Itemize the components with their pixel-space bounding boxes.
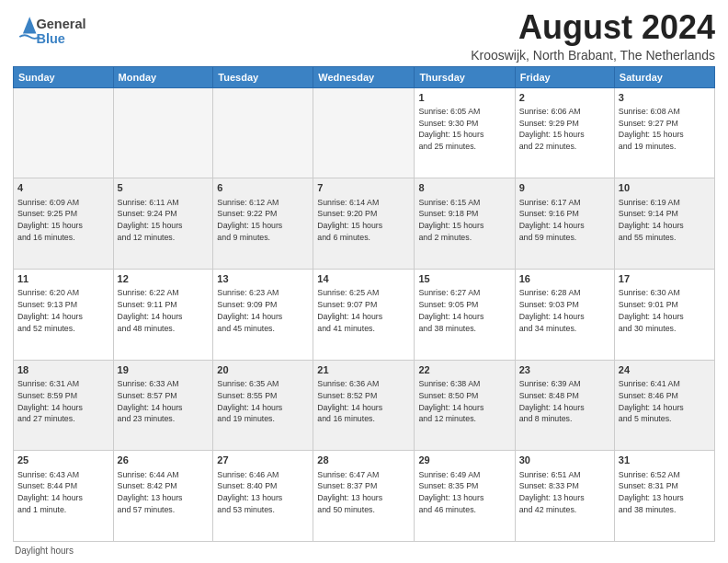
day-info: Sunrise: 6:44 AM Sunset: 8:42 PM Dayligh… xyxy=(118,469,210,516)
day-number: 22 xyxy=(418,363,510,377)
logo: General Blue xyxy=(13,9,105,57)
day-number: 2 xyxy=(519,91,610,105)
calendar-cell: 7Sunrise: 6:14 AM Sunset: 9:20 PM Daylig… xyxy=(313,178,415,270)
calendar-cell: 4Sunrise: 6:09 AM Sunset: 9:25 PM Daylig… xyxy=(14,178,114,270)
day-info: Sunrise: 6:22 AM Sunset: 9:11 PM Dayligh… xyxy=(118,287,210,334)
day-info: Sunrise: 6:51 AM Sunset: 8:33 PM Dayligh… xyxy=(519,469,610,516)
day-number: 14 xyxy=(317,272,410,286)
day-number: 24 xyxy=(619,363,711,377)
day-info: Sunrise: 6:08 AM Sunset: 9:27 PM Dayligh… xyxy=(619,106,711,153)
svg-text:Blue: Blue xyxy=(36,31,64,46)
calendar-cell: 18Sunrise: 6:31 AM Sunset: 8:59 PM Dayli… xyxy=(14,360,114,451)
day-info: Sunrise: 6:35 AM Sunset: 8:55 PM Dayligh… xyxy=(217,378,309,425)
calendar-cell: 6Sunrise: 6:12 AM Sunset: 9:22 PM Daylig… xyxy=(213,178,313,270)
calendar-cell: 5Sunrise: 6:11 AM Sunset: 9:24 PM Daylig… xyxy=(113,178,213,270)
day-info: Sunrise: 6:39 AM Sunset: 8:48 PM Dayligh… xyxy=(519,378,610,425)
day-info: Sunrise: 6:46 AM Sunset: 8:40 PM Dayligh… xyxy=(217,469,309,516)
day-info: Sunrise: 6:09 AM Sunset: 9:25 PM Dayligh… xyxy=(17,197,109,244)
day-number: 3 xyxy=(619,91,711,105)
calendar-cell: 14Sunrise: 6:25 AM Sunset: 9:07 PM Dayli… xyxy=(313,269,415,360)
calendar-cell: 15Sunrise: 6:27 AM Sunset: 9:05 PM Dayli… xyxy=(415,269,515,360)
day-number: 31 xyxy=(619,454,711,467)
weekday-header-wednesday: Wednesday xyxy=(313,66,415,87)
calendar-cell: 10Sunrise: 6:19 AM Sunset: 9:14 PM Dayli… xyxy=(614,178,714,270)
week-row-4: 25Sunrise: 6:43 AM Sunset: 8:44 PM Dayli… xyxy=(14,451,715,542)
page: General Blue August 2024 Krooswijk, Nort… xyxy=(0,0,728,563)
day-info: Sunrise: 6:47 AM Sunset: 8:37 PM Dayligh… xyxy=(317,469,410,516)
calendar-cell: 23Sunrise: 6:39 AM Sunset: 8:48 PM Dayli… xyxy=(515,360,614,451)
calendar-cell: 16Sunrise: 6:28 AM Sunset: 9:03 PM Dayli… xyxy=(515,269,614,360)
calendar-cell: 13Sunrise: 6:23 AM Sunset: 9:09 PM Dayli… xyxy=(213,269,313,360)
weekday-header-monday: Monday xyxy=(113,66,213,87)
day-number: 27 xyxy=(217,454,309,467)
day-info: Sunrise: 6:19 AM Sunset: 9:14 PM Dayligh… xyxy=(619,197,711,244)
calendar-cell: 9Sunrise: 6:17 AM Sunset: 9:16 PM Daylig… xyxy=(515,178,614,270)
day-number: 7 xyxy=(317,181,410,195)
calendar-cell: 2Sunrise: 6:06 AM Sunset: 9:29 PM Daylig… xyxy=(515,87,614,178)
calendar-cell: 28Sunrise: 6:47 AM Sunset: 8:37 PM Dayli… xyxy=(313,451,415,542)
day-info: Sunrise: 6:06 AM Sunset: 9:29 PM Dayligh… xyxy=(519,106,610,153)
calendar-cell: 29Sunrise: 6:49 AM Sunset: 8:35 PM Dayli… xyxy=(415,451,515,542)
day-info: Sunrise: 6:33 AM Sunset: 8:57 PM Dayligh… xyxy=(118,378,210,425)
day-info: Sunrise: 6:25 AM Sunset: 9:07 PM Dayligh… xyxy=(317,287,410,334)
day-number: 4 xyxy=(17,181,109,195)
day-info: Sunrise: 6:11 AM Sunset: 9:24 PM Dayligh… xyxy=(118,197,210,244)
day-info: Sunrise: 6:17 AM Sunset: 9:16 PM Dayligh… xyxy=(519,197,610,244)
day-number: 16 xyxy=(519,272,610,286)
day-info: Sunrise: 6:36 AM Sunset: 8:52 PM Dayligh… xyxy=(317,378,410,425)
day-info: Sunrise: 6:31 AM Sunset: 8:59 PM Dayligh… xyxy=(17,378,109,425)
calendar-cell xyxy=(113,87,213,178)
svg-marker-2 xyxy=(23,17,37,33)
daylight-label: Daylight hours xyxy=(15,546,74,556)
calendar-cell: 8Sunrise: 6:15 AM Sunset: 9:18 PM Daylig… xyxy=(415,178,515,270)
day-info: Sunrise: 6:20 AM Sunset: 9:13 PM Dayligh… xyxy=(17,287,109,334)
day-number: 30 xyxy=(519,454,610,467)
location-subtitle: Krooswijk, North Brabant, The Netherland… xyxy=(471,48,715,63)
day-number: 13 xyxy=(217,272,309,286)
week-row-1: 4Sunrise: 6:09 AM Sunset: 9:25 PM Daylig… xyxy=(14,178,715,270)
week-row-2: 11Sunrise: 6:20 AM Sunset: 9:13 PM Dayli… xyxy=(14,269,715,360)
day-number: 12 xyxy=(118,272,210,286)
calendar-cell: 31Sunrise: 6:52 AM Sunset: 8:31 PM Dayli… xyxy=(614,451,714,542)
day-number: 19 xyxy=(118,363,210,377)
day-number: 1 xyxy=(418,91,510,105)
calendar-cell: 25Sunrise: 6:43 AM Sunset: 8:44 PM Dayli… xyxy=(14,451,114,542)
calendar-cell xyxy=(313,87,415,178)
weekday-header-sunday: Sunday xyxy=(14,66,114,87)
day-info: Sunrise: 6:05 AM Sunset: 9:30 PM Dayligh… xyxy=(418,106,510,153)
day-number: 25 xyxy=(17,454,109,467)
calendar-cell: 22Sunrise: 6:38 AM Sunset: 8:50 PM Dayli… xyxy=(415,360,515,451)
day-number: 18 xyxy=(17,363,109,377)
day-info: Sunrise: 6:15 AM Sunset: 9:18 PM Dayligh… xyxy=(418,197,510,244)
month-title: August 2024 xyxy=(471,9,715,46)
day-number: 8 xyxy=(418,181,510,195)
calendar-cell: 24Sunrise: 6:41 AM Sunset: 8:46 PM Dayli… xyxy=(614,360,714,451)
calendar-cell: 20Sunrise: 6:35 AM Sunset: 8:55 PM Dayli… xyxy=(213,360,313,451)
calendar-table: SundayMondayTuesdayWednesdayThursdayFrid… xyxy=(13,66,715,542)
day-info: Sunrise: 6:12 AM Sunset: 9:22 PM Dayligh… xyxy=(217,197,309,244)
header: General Blue August 2024 Krooswijk, Nort… xyxy=(13,9,715,63)
day-number: 29 xyxy=(418,454,510,467)
week-row-0: 1Sunrise: 6:05 AM Sunset: 9:30 PM Daylig… xyxy=(14,87,715,178)
calendar-cell: 21Sunrise: 6:36 AM Sunset: 8:52 PM Dayli… xyxy=(313,360,415,451)
day-number: 15 xyxy=(418,272,510,286)
calendar-cell: 30Sunrise: 6:51 AM Sunset: 8:33 PM Dayli… xyxy=(515,451,614,542)
day-info: Sunrise: 6:38 AM Sunset: 8:50 PM Dayligh… xyxy=(418,378,510,425)
weekday-header-tuesday: Tuesday xyxy=(213,66,313,87)
calendar-cell: 11Sunrise: 6:20 AM Sunset: 9:13 PM Dayli… xyxy=(14,269,114,360)
day-number: 6 xyxy=(217,181,309,195)
calendar-cell: 26Sunrise: 6:44 AM Sunset: 8:42 PM Dayli… xyxy=(113,451,213,542)
calendar-cell: 17Sunrise: 6:30 AM Sunset: 9:01 PM Dayli… xyxy=(614,269,714,360)
calendar-cell: 3Sunrise: 6:08 AM Sunset: 9:27 PM Daylig… xyxy=(614,87,714,178)
day-info: Sunrise: 6:28 AM Sunset: 9:03 PM Dayligh… xyxy=(519,287,610,334)
weekday-header-thursday: Thursday xyxy=(415,66,515,87)
day-number: 5 xyxy=(118,181,210,195)
calendar-cell xyxy=(14,87,114,178)
day-info: Sunrise: 6:43 AM Sunset: 8:44 PM Dayligh… xyxy=(17,469,109,516)
day-number: 23 xyxy=(519,363,610,377)
day-info: Sunrise: 6:30 AM Sunset: 9:01 PM Dayligh… xyxy=(619,287,711,334)
calendar-cell: 12Sunrise: 6:22 AM Sunset: 9:11 PM Dayli… xyxy=(113,269,213,360)
day-info: Sunrise: 6:52 AM Sunset: 8:31 PM Dayligh… xyxy=(619,469,711,516)
day-number: 10 xyxy=(619,181,711,195)
day-number: 21 xyxy=(317,363,410,377)
